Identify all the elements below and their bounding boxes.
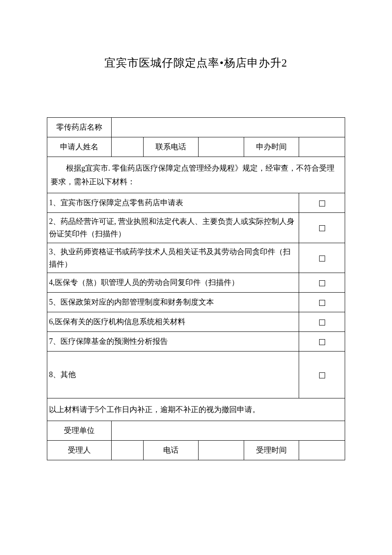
item-5-checkbox[interactable] [299, 293, 345, 312]
checkbox-icon [319, 300, 325, 306]
accept-person-label: 受理人 [47, 441, 112, 460]
checkbox-icon [319, 280, 325, 286]
item-4-checkbox[interactable] [299, 273, 345, 293]
checkbox-icon [319, 225, 325, 231]
item-6-text: 6,医保有关的医疗机构信息系统相关材料 [47, 312, 299, 331]
item-8-text: 8、其他 [47, 351, 299, 398]
apply-time-label: 申办时间 [244, 137, 299, 157]
checkbox-icon [319, 256, 325, 262]
applicant-name-value [111, 137, 143, 157]
checkbox-icon [319, 200, 325, 206]
item-2-checkbox[interactable] [299, 213, 345, 243]
checkbox-icon [319, 339, 325, 345]
item-6-checkbox[interactable] [299, 312, 345, 331]
item-3-text: 3、执业药师资格证书或药学技术人员相关证书及其劳动合同贪印件（扫描件） [47, 243, 299, 273]
item-4-text: 4,医保专（熬）职管理人员的劳动合同复印件（扫描件） [47, 273, 299, 293]
accept-unit-value [111, 421, 345, 441]
contact-phone-value [198, 137, 244, 157]
item-3-checkbox[interactable] [299, 243, 345, 273]
apply-time-value [299, 137, 345, 157]
item-1-checkbox[interactable] [299, 193, 345, 213]
applicant-name-label: 申请人姓名 [47, 137, 112, 157]
checkbox-icon [319, 372, 325, 378]
accept-person-value [111, 441, 143, 460]
item-7-text: 7、医疗保障基金的预测性分析报告 [47, 331, 299, 351]
document-title: 宜宾市医城仔隙定点率•杨店申办升2 [47, 55, 345, 70]
footnote-text: 以上材料请于5个工作日内补正，逾期不补正的视为撤回申请。 [47, 398, 345, 421]
contact-phone-label: 联系电话 [143, 137, 198, 157]
pharmacy-name-value [111, 118, 345, 137]
item-1-text: 1、宜宾市医疗保障定点零售药店申请表 [47, 193, 299, 213]
intro-text: 根据g宜宾市. 零隹药店医疗保障定点管理经办规程》规定，经审查，不符合受理要求，… [51, 161, 341, 189]
accept-time-value [299, 441, 345, 460]
item-7-checkbox[interactable] [299, 331, 345, 351]
accept-phone-value [198, 441, 244, 460]
item-8-checkbox[interactable] [299, 351, 345, 398]
accept-unit-label: 受理单位 [47, 421, 112, 441]
application-form-table: 零传药店名称 申请人姓名 联系电话 申办时间 根据g宜宾市. 零隹药店医疗保障定… [47, 117, 345, 460]
accept-time-label: 受理时间 [244, 441, 299, 460]
accept-phone-label: 电话 [143, 441, 198, 460]
item-2-text: 2、药品经营许可证, 营业执照和法定代表人、主要负责人或实际控制人身份证笑印件（… [47, 213, 299, 243]
pharmacy-name-label: 零传药店名称 [47, 118, 112, 137]
checkbox-icon [319, 320, 325, 325]
item-5-text: 5、医保政策对应的内部管理制度和财务制度文本 [47, 293, 299, 312]
